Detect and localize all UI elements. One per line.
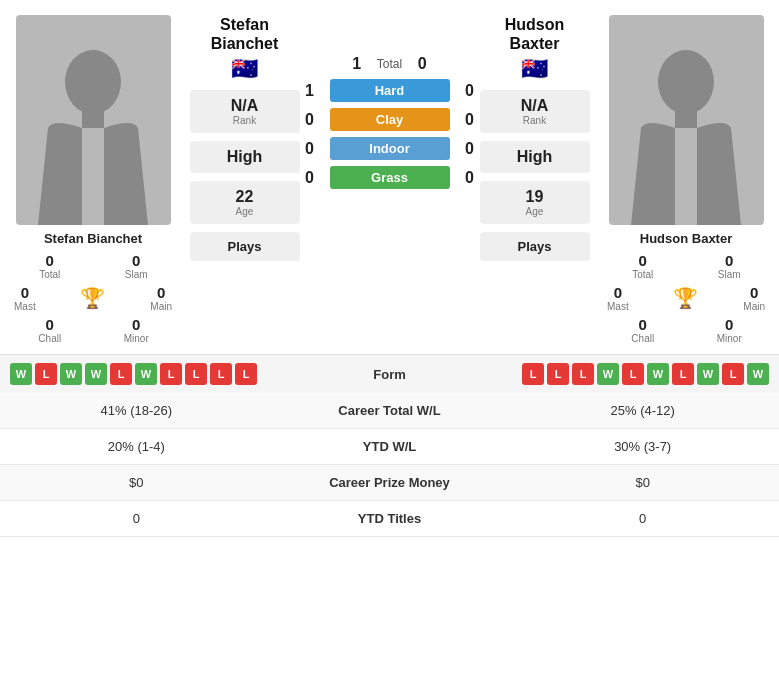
stats-label-3: YTD Titles xyxy=(273,501,507,537)
stats-left-0: 41% (18-26) xyxy=(0,393,273,429)
surface-btn-grass[interactable]: Grass xyxy=(330,166,450,189)
form-badge-6: L xyxy=(160,363,182,385)
main-container: Stefan Bianchet 0 Total 0 Slam 0 Mast 🏆 xyxy=(0,0,779,537)
surface-right-score-0: 0 xyxy=(460,82,480,100)
left-plays-block: Plays xyxy=(190,232,300,261)
stats-right-0: 25% (4-12) xyxy=(506,393,779,429)
right-player-header: Hudson Baxter 🇦🇺 xyxy=(480,15,590,82)
left-age-block: 22 Age xyxy=(190,181,300,224)
total-row: 1 Total 0 xyxy=(347,55,432,73)
form-badge-0: L xyxy=(522,363,544,385)
left-player-area: Stefan Bianchet 0 Total 0 Slam 0 Mast 🏆 xyxy=(8,15,178,344)
right-trophy-icon: 🏆 xyxy=(673,286,698,310)
right-player-stats: 0 Total 0 Slam xyxy=(601,252,771,280)
left-stat-minor: 0 Minor xyxy=(95,316,179,344)
form-badge-5: W xyxy=(647,363,669,385)
form-badge-6: L xyxy=(672,363,694,385)
surface-left-score-1: 0 xyxy=(300,111,320,129)
stats-right-3: 0 xyxy=(506,501,779,537)
left-stat-slam: 0 Slam xyxy=(95,252,179,280)
form-badge-4: L xyxy=(622,363,644,385)
left-stat-total: 0 Total xyxy=(8,252,92,280)
right-stat-mast: 0 Mast xyxy=(607,284,629,312)
right-stat-total: 0 Total xyxy=(601,252,685,280)
right-flag: 🇦🇺 xyxy=(480,56,590,82)
left-stat-main: 0 Main xyxy=(150,284,172,312)
left-player-stats: 0 Total 0 Slam xyxy=(8,252,178,280)
right-form-badges: LLLWLWLWLW xyxy=(522,363,769,385)
form-label: Form xyxy=(350,367,430,382)
form-badge-5: W xyxy=(135,363,157,385)
svg-rect-1 xyxy=(82,110,104,128)
form-badge-0: W xyxy=(10,363,32,385)
right-high-block: High xyxy=(480,141,590,173)
surface-right-score-1: 0 xyxy=(460,111,480,129)
stats-table: 41% (18-26)Career Total W/L25% (4-12)20%… xyxy=(0,393,779,537)
left-stat-mast: 0 Mast xyxy=(14,284,36,312)
left-flag: 🇦🇺 xyxy=(190,56,300,82)
form-badge-1: L xyxy=(547,363,569,385)
form-section: WLWWLWLLLL Form LLLWLWLWLW xyxy=(0,354,779,393)
form-badge-9: W xyxy=(747,363,769,385)
left-player-photo xyxy=(16,15,171,225)
center-area: Stefan Bianchet 🇦🇺 N/A Rank High 22 Age … xyxy=(178,15,601,344)
form-badge-2: L xyxy=(572,363,594,385)
surface-left-score-0: 1 xyxy=(300,82,320,100)
right-stat-minor: 0 Minor xyxy=(688,316,772,344)
stats-label-0: Career Total W/L xyxy=(273,393,507,429)
surface-row-2: 0Indoor0 xyxy=(300,137,480,160)
stats-left-3: 0 xyxy=(0,501,273,537)
form-badge-9: L xyxy=(235,363,257,385)
stats-left-2: $0 xyxy=(0,465,273,501)
left-high-block: High xyxy=(190,141,300,173)
left-player-stats-bottom: 0 Chall 0 Minor xyxy=(8,316,178,344)
form-badge-7: W xyxy=(697,363,719,385)
form-badge-4: L xyxy=(110,363,132,385)
stats-row-0: 41% (18-26)Career Total W/L25% (4-12) xyxy=(0,393,779,429)
surface-row-3: 0Grass0 xyxy=(300,166,480,189)
form-badge-3: W xyxy=(597,363,619,385)
right-age-block: 19 Age xyxy=(480,181,590,224)
form-badge-3: W xyxy=(85,363,107,385)
surface-right-score-3: 0 xyxy=(460,169,480,187)
right-stat-slam: 0 Slam xyxy=(688,252,772,280)
form-badge-8: L xyxy=(210,363,232,385)
stats-right-1: 30% (3-7) xyxy=(506,429,779,465)
left-info-col: Stefan Bianchet 🇦🇺 N/A Rank High 22 Age … xyxy=(190,15,300,265)
form-badge-2: W xyxy=(60,363,82,385)
stats-row-2: $0Career Prize Money$0 xyxy=(0,465,779,501)
left-rank-block: N/A Rank xyxy=(190,90,300,133)
right-player-area: Hudson Baxter 0 Total 0 Slam 0 Mast 🏆 xyxy=(601,15,771,344)
right-rank-block: N/A Rank xyxy=(480,90,590,133)
right-player-name: Hudson Baxter xyxy=(640,231,732,246)
surface-right-score-2: 0 xyxy=(460,140,480,158)
players-row: Stefan Bianchet 0 Total 0 Slam 0 Mast 🏆 xyxy=(0,0,779,354)
stats-left-1: 20% (1-4) xyxy=(0,429,273,465)
right-player-photo xyxy=(609,15,764,225)
surface-row-1: 0Clay0 xyxy=(300,108,480,131)
left-trophy-icon: 🏆 xyxy=(80,286,105,310)
right-stat-main: 0 Main xyxy=(743,284,765,312)
surface-row-0: 1Hard0 xyxy=(300,79,480,102)
right-stat-chall: 0 Chall xyxy=(601,316,685,344)
left-form-badges: WLWWLWLLLL xyxy=(10,363,257,385)
right-plays-block: Plays xyxy=(480,232,590,261)
stats-label-1: YTD W/L xyxy=(273,429,507,465)
surface-left-score-2: 0 xyxy=(300,140,320,158)
surface-btn-indoor[interactable]: Indoor xyxy=(330,137,450,160)
stats-right-2: $0 xyxy=(506,465,779,501)
left-player-header: Stefan Bianchet 🇦🇺 xyxy=(190,15,300,82)
left-header-name: Stefan Bianchet xyxy=(190,15,300,53)
svg-rect-3 xyxy=(675,110,697,128)
svg-point-0 xyxy=(65,50,121,114)
form-badge-8: L xyxy=(722,363,744,385)
surface-btn-clay[interactable]: Clay xyxy=(330,108,450,131)
form-badge-1: L xyxy=(35,363,57,385)
left-player-name: Stefan Bianchet xyxy=(44,231,142,246)
surface-left-score-3: 0 xyxy=(300,169,320,187)
surface-btn-hard[interactable]: Hard xyxy=(330,79,450,102)
match-center-col: 1 Total 0 1Hard00Clay00Indoor00Grass0 xyxy=(300,15,480,195)
stats-label-2: Career Prize Money xyxy=(273,465,507,501)
svg-point-2 xyxy=(658,50,714,114)
surface-rows: 1Hard00Clay00Indoor00Grass0 xyxy=(300,79,480,195)
